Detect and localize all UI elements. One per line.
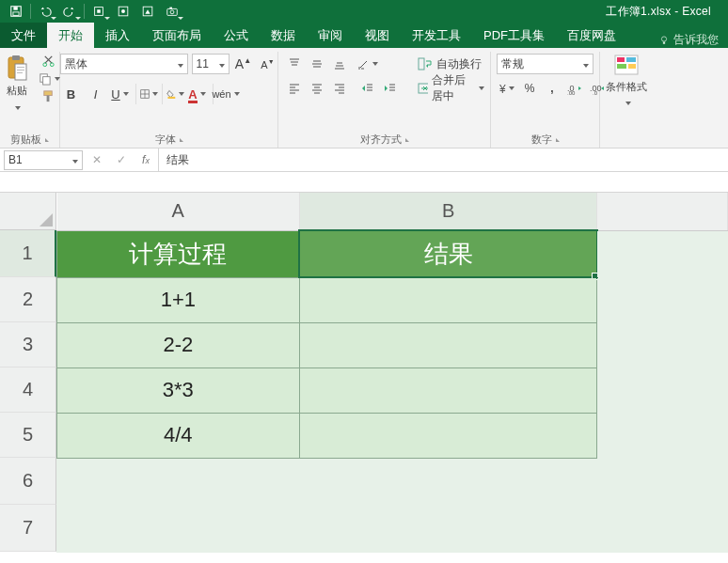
row-header[interactable]: 1: [0, 230, 56, 277]
cell[interactable]: [57, 505, 300, 552]
cell[interactable]: 计算过程: [57, 230, 300, 277]
increase-font-button[interactable]: A▲: [233, 54, 254, 74]
tell-me[interactable]: 告诉我您: [649, 32, 728, 48]
formula-input[interactable]: 结果: [159, 149, 728, 172]
tab-view[interactable]: 视图: [354, 23, 401, 48]
dialog-launcher-icon[interactable]: [556, 138, 560, 142]
decrease-indent-button[interactable]: [357, 78, 378, 99]
align-top-icon: [288, 57, 301, 70]
align-center-button[interactable]: [307, 78, 327, 99]
cell[interactable]: [299, 505, 597, 552]
orientation-button[interactable]: [357, 54, 378, 74]
undo-button[interactable]: [33, 0, 57, 23]
font-size-combo[interactable]: 11: [192, 54, 229, 74]
cancel-button[interactable]: ✕: [85, 149, 109, 172]
cell[interactable]: [299, 368, 597, 413]
accounting-format-button[interactable]: ¥: [497, 78, 517, 99]
paste-button[interactable]: 粘贴: [1, 54, 33, 103]
number-format-combo[interactable]: 常规: [497, 54, 593, 74]
currency-icon: ¥: [499, 83, 506, 95]
cell[interactable]: [299, 458, 597, 505]
wrap-text-button[interactable]: 自动换行: [418, 54, 484, 74]
increase-indent-button[interactable]: [380, 78, 401, 99]
column-header[interactable]: [597, 193, 728, 230]
format-painter-button[interactable]: [41, 89, 55, 103]
italic-button[interactable]: I: [85, 84, 107, 104]
camera-button[interactable]: [160, 0, 184, 23]
align-top-button[interactable]: [284, 54, 305, 74]
cell[interactable]: [299, 277, 597, 322]
merge-center-label: 合并后居中: [432, 72, 472, 104]
bold-button[interactable]: B: [60, 84, 83, 104]
cell[interactable]: 4/4: [57, 413, 300, 458]
cell[interactable]: 1+1: [57, 277, 300, 322]
copy-button[interactable]: [38, 71, 60, 86]
tab-insert[interactable]: 插入: [94, 23, 141, 48]
cell[interactable]: [57, 458, 300, 505]
column-header[interactable]: B: [299, 193, 597, 230]
select-all-corner[interactable]: [0, 193, 56, 230]
column-header[interactable]: A: [57, 193, 300, 230]
tab-page-layout[interactable]: 页面布局: [141, 23, 213, 48]
row-header[interactable]: 7: [0, 505, 56, 552]
cell[interactable]: [597, 277, 728, 322]
font-name-combo[interactable]: 黑体: [60, 54, 188, 74]
tab-developer[interactable]: 开发工具: [401, 23, 472, 48]
cell[interactable]: [299, 413, 597, 458]
tab-formulas[interactable]: 公式: [213, 23, 260, 48]
cell[interactable]: [597, 505, 728, 552]
ribbon-tabs: 文件 开始 插入 页面布局 公式 数据 审阅 视图 开发工具 PDF工具集 百度…: [0, 23, 728, 48]
enter-button[interactable]: ✓: [109, 149, 134, 172]
align-bottom-button[interactable]: [329, 54, 350, 74]
cell[interactable]: [597, 230, 728, 277]
row-header[interactable]: 5: [0, 413, 56, 458]
tab-pdf-tools[interactable]: PDF工具集: [472, 23, 556, 48]
cell[interactable]: [597, 322, 728, 368]
dialog-launcher-icon[interactable]: [180, 138, 183, 142]
align-middle-button[interactable]: [307, 54, 327, 74]
border-button[interactable]: [135, 84, 158, 104]
decrease-font-button[interactable]: A▼: [258, 54, 278, 74]
cell[interactable]: [597, 458, 728, 505]
svg-rect-22: [42, 77, 50, 85]
tab-review[interactable]: 审阅: [307, 23, 354, 48]
conditional-formatting-button[interactable]: 条件格式: [606, 54, 647, 100]
dialog-launcher-icon[interactable]: [45, 138, 49, 142]
touch-mode-button[interactable]: [87, 0, 111, 23]
increase-decimal-icon: .0.00: [567, 83, 582, 95]
fill-color-button[interactable]: [162, 84, 184, 104]
name-box[interactable]: B1: [4, 150, 83, 170]
underline-button[interactable]: U: [109, 84, 132, 104]
phonetic-button[interactable]: wén: [213, 84, 235, 104]
row-header[interactable]: 4: [0, 368, 56, 413]
cell[interactable]: [597, 413, 728, 458]
row-header[interactable]: 6: [0, 458, 56, 505]
redo-button[interactable]: [57, 0, 82, 23]
align-left-button[interactable]: [284, 78, 305, 99]
cut-button[interactable]: [41, 54, 55, 68]
tab-data[interactable]: 数据: [260, 23, 307, 48]
comma-button[interactable]: ,: [542, 78, 562, 99]
dialog-launcher-icon[interactable]: [405, 138, 409, 142]
wrap-text-icon: [418, 56, 433, 71]
row-header[interactable]: 3: [0, 322, 56, 368]
cell[interactable]: 3*3: [57, 368, 300, 413]
row-header[interactable]: 2: [0, 277, 56, 322]
tab-home[interactable]: 开始: [47, 23, 94, 48]
addin1-button[interactable]: [111, 0, 135, 23]
insert-function-button[interactable]: fx: [134, 149, 158, 172]
align-right-button[interactable]: [329, 78, 350, 99]
cell[interactable]: [597, 368, 728, 413]
merge-center-button[interactable]: 合并后居中: [418, 78, 484, 99]
cell[interactable]: [299, 322, 597, 368]
svg-rect-18: [17, 72, 23, 73]
increase-decimal-button[interactable]: .0.00: [564, 78, 585, 99]
save-button[interactable]: [4, 0, 28, 23]
font-color-button[interactable]: A: [186, 84, 209, 104]
percent-button[interactable]: %: [519, 78, 540, 99]
cell[interactable]: 2-2: [57, 322, 300, 368]
tab-file[interactable]: 文件: [0, 23, 47, 48]
addin2-button[interactable]: [135, 0, 160, 23]
tab-baidu-pan[interactable]: 百度网盘: [556, 23, 627, 48]
cell[interactable]: 结果: [299, 230, 597, 277]
